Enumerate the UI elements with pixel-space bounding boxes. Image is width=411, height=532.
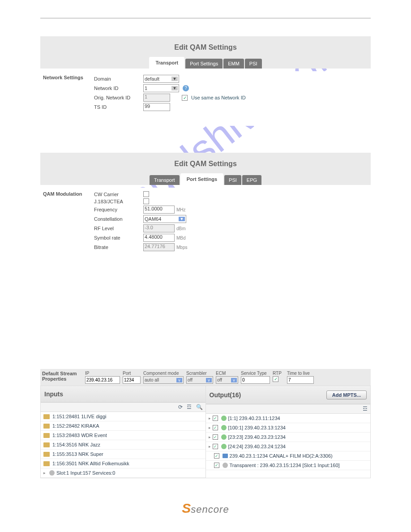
use-same-checkbox[interactable]: ✓ (182, 95, 188, 101)
list-item[interactable]: 1:155:3513 NRK Super (41, 450, 206, 459)
item-checkbox[interactable]: ✓ (213, 425, 218, 430)
expand-icon[interactable]: ▸ (209, 425, 211, 430)
domain-value: default (145, 76, 159, 82)
dropdown-icon: ▼ (171, 77, 178, 81)
tab2-transport[interactable]: Transport (150, 175, 180, 185)
panel2-tabs: Transport Port Settings PSI EPG (40, 173, 371, 185)
list-item[interactable]: 1:151:28481 1LIVE diggi (41, 412, 206, 421)
globe-icon (221, 444, 227, 449)
symbol-rate-input[interactable]: 4.48000 (143, 234, 175, 242)
component-mode-label: Component mode (143, 371, 184, 376)
tab-port-settings[interactable]: Port Settings (185, 59, 223, 69)
list-item[interactable]: ✓Transparent : 239.40.23.15:1234 [Slot:1… (206, 461, 371, 470)
item-checkbox[interactable]: ✓ (213, 434, 218, 440)
constellation-select[interactable]: QAM64 ▼ (143, 215, 186, 223)
globe-icon (221, 434, 227, 440)
inputs-header: Inputs (41, 386, 206, 403)
qam-panel-transport: Edit QAM Settings Transport Port Setting… (40, 36, 371, 69)
item-checkbox[interactable]: ✓ (214, 453, 219, 459)
list-item-label: [1:1] 239.40.23.11:1234 (228, 416, 280, 421)
expand-icon[interactable]: ▸ (209, 444, 211, 449)
expand-icon[interactable]: ▸ (209, 435, 211, 439)
j83-checkbox[interactable] (143, 198, 149, 204)
list-item-label: Transparent : 239.40.23.15:1234 [Slot:1 … (230, 463, 340, 468)
ts-id-label: TS ID (94, 104, 143, 110)
inputs-summary-row: ▸ Slot:1 Input:157 Services:0 (41, 468, 206, 478)
io-panels: Inputs ⟳ ☲ 🔍 1:151:28481 1LIVE diggi1:15… (40, 386, 371, 478)
help-icon[interactable]: ? (183, 85, 189, 91)
folder-icon (43, 433, 50, 438)
globe-icon (221, 425, 227, 430)
list-item[interactable]: ▸✓[1:1] 239.40.23.11:1234 (206, 414, 371, 423)
frequency-input[interactable]: 51.0000 (143, 206, 175, 214)
symbol-rate-unit: MBd (176, 236, 190, 240)
port-label: Port (123, 371, 141, 376)
output-title: Output(16) (210, 391, 241, 399)
orig-network-id-label: Orig. Network ID (94, 95, 143, 100)
inputs-title: Inputs (44, 390, 63, 398)
refresh-icon[interactable]: ⟳ (178, 404, 183, 410)
ttl-label: Time to live (287, 371, 314, 376)
item-checkbox[interactable]: ✓ (213, 416, 218, 421)
list-icon[interactable]: ☲ (363, 406, 368, 412)
tab-emm[interactable]: EMM (223, 59, 244, 69)
list-item-label: 1:152:28482 KIRAKA (52, 423, 99, 429)
folder-icon (43, 414, 50, 419)
list-item[interactable]: 1:152:28482 KIRAKA (41, 421, 206, 431)
rtp-checkbox[interactable]: ✓ (273, 376, 278, 382)
globe-icon (221, 416, 227, 421)
expand-icon[interactable]: ▸ (43, 471, 46, 475)
dropdown-icon: v (176, 378, 182, 382)
bitrate-unit: Mbps (176, 245, 190, 250)
rf-level-input[interactable]: -3.0 (143, 224, 175, 232)
list-item[interactable]: 1:154:3516 NRK Jazz (41, 440, 206, 450)
rtp-label: RTP (273, 371, 284, 376)
ts-id-input[interactable]: 99 (143, 103, 170, 111)
bitrate-label: Bitrate (94, 245, 143, 250)
component-mode-value: auto all (145, 378, 159, 382)
tab2-epg[interactable]: EPG (242, 175, 261, 185)
list-item-label: 239.40.23.1:1234 CANAL+ FILM HD(2:A:3306… (230, 453, 333, 459)
tab-transport[interactable]: Transport (149, 57, 184, 69)
divider-top (40, 18, 371, 18)
item-checkbox[interactable]: ✓ (214, 463, 219, 468)
list-icon[interactable]: ☲ (187, 404, 192, 410)
orig-network-id-input[interactable]: 1 (143, 94, 170, 102)
cw-carrier-label: CW Carrier (94, 192, 143, 197)
ecm-select[interactable]: offv (216, 376, 238, 384)
list-item[interactable]: ▸✓[23:23] 239.40.23.23:1234 (206, 433, 371, 442)
panel1-tabs: Transport Port Settings EMM PSI (40, 57, 371, 69)
dropdown-icon: ▼ (179, 217, 185, 221)
constellation-value: QAM64 (145, 216, 161, 222)
scrambler-select[interactable]: offv (186, 376, 213, 384)
list-item[interactable]: ▸✓[24:24] 239.40.23.24:1234 (206, 442, 371, 451)
tab2-port-settings[interactable]: Port Settings (180, 173, 223, 185)
ds-title: Default Stream Properties (42, 371, 82, 382)
list-item[interactable]: ▸✓[100:1] 239.40.23.13:1234 (206, 423, 371, 433)
ip-input[interactable] (85, 376, 120, 384)
component-mode-select[interactable]: auto allv (143, 376, 184, 384)
list-item-label: [100:1] 239.40.23.13:1234 (228, 425, 286, 430)
add-mpts-button[interactable]: Add MPTS... (326, 390, 367, 399)
ip-label: IP (85, 371, 120, 376)
service-type-label: Service Type (241, 371, 270, 376)
item-checkbox[interactable]: ✓ (213, 444, 218, 449)
search-icon[interactable]: 🔍 (196, 404, 203, 410)
list-item[interactable]: 1:153:28483 WDR Event (41, 431, 206, 440)
port-input[interactable] (123, 376, 141, 384)
network-id-select[interactable]: 1 ▼ (143, 84, 179, 92)
service-type-input[interactable] (241, 376, 270, 384)
globe-icon (49, 470, 55, 476)
tab-psi[interactable]: PSI (245, 59, 262, 69)
list-item[interactable]: 1:156:3501 NRK Alltid Folkemusikk (41, 459, 206, 468)
cw-carrier-checkbox[interactable] (143, 191, 149, 197)
expand-icon[interactable]: ▸ (209, 416, 211, 420)
symbol-rate-label: Symbol rate (94, 235, 143, 240)
tab2-psi[interactable]: PSI (224, 175, 241, 185)
panel1-form: Network Settings Domain default ▼ Networ… (40, 71, 371, 126)
list-item-label: 1:155:3513 NRK Super (52, 451, 103, 457)
list-item[interactable]: ✓239.40.23.1:1234 CANAL+ FILM HD(2:A:330… (206, 451, 371, 461)
domain-select[interactable]: default ▼ (143, 75, 179, 83)
ttl-input[interactable] (287, 376, 314, 384)
list-item-label: 1:156:3501 NRK Alltid Folkemusikk (52, 461, 129, 466)
